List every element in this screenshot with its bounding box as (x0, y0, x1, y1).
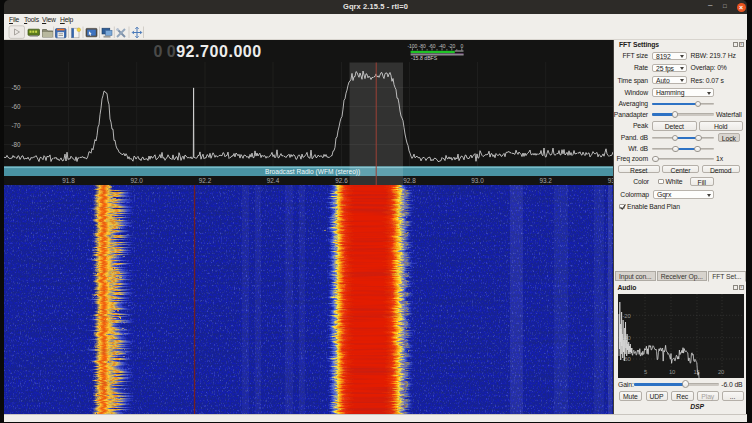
svg-text:93.2: 93.2 (539, 177, 552, 184)
svg-text:92.0: 92.0 (130, 177, 143, 184)
svg-text:-80: -80 (419, 43, 426, 49)
svg-text:-60: -60 (622, 356, 630, 362)
svg-text:-70: -70 (11, 122, 21, 129)
svg-text:-20: -20 (622, 312, 630, 318)
svg-text:92.4: 92.4 (267, 177, 280, 184)
svg-text:-60: -60 (11, 103, 21, 110)
svg-text:92.8: 92.8 (403, 177, 416, 184)
svg-text:93.0: 93.0 (471, 177, 484, 184)
svg-text:-100: -100 (407, 43, 417, 49)
svg-text:5: 5 (643, 369, 646, 375)
svg-text:92.6: 92.6 (335, 177, 348, 184)
svg-text:Broadcast Radio (WFM (stereo)): Broadcast Radio (WFM (stereo)) (265, 168, 360, 176)
svg-text:-40: -40 (438, 43, 445, 49)
svg-text:-20: -20 (448, 43, 455, 49)
svg-text:20: 20 (717, 369, 723, 375)
svg-text:92.2: 92.2 (199, 177, 212, 184)
svg-text:0: 0 (460, 43, 463, 49)
svg-text:-60: -60 (428, 43, 435, 49)
svg-text:-50: -50 (11, 84, 21, 91)
svg-text:-80: -80 (11, 141, 21, 148)
svg-text:10: 10 (668, 369, 674, 375)
svg-text:91.8: 91.8 (62, 177, 75, 184)
